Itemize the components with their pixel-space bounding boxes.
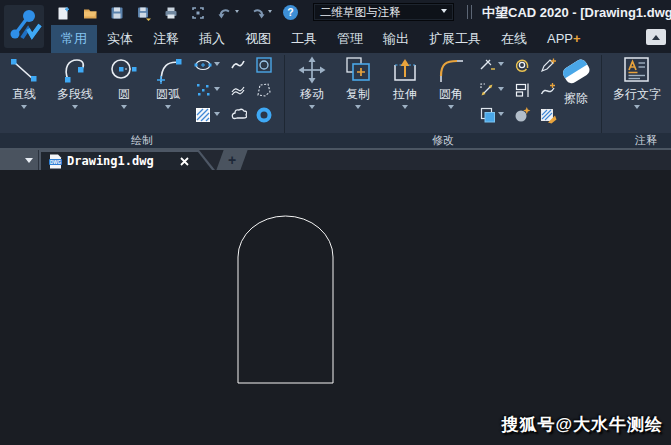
revcloud-edit-icon[interactable] — [513, 56, 531, 74]
ellipse-icon[interactable] — [194, 56, 212, 74]
drawing-canvas[interactable]: 搜狐号@大水牛测绘 — [0, 170, 671, 445]
line-dropdown-arrow[interactable] — [21, 105, 27, 112]
points-icon[interactable] — [194, 81, 212, 99]
polyline-button[interactable]: 多段线 — [48, 55, 102, 112]
layer-copy-dropdown-arrow[interactable] — [498, 112, 504, 119]
line-icon — [9, 55, 39, 85]
points-dropdown-arrow[interactable] — [214, 87, 220, 94]
region-icon[interactable] — [255, 56, 273, 74]
ribbon-tab-solid[interactable]: 实体 — [97, 25, 143, 53]
undo-dropdown-arrow[interactable] — [235, 10, 239, 15]
stretch-button[interactable]: 拉伸 — [384, 55, 426, 112]
hatch-edit-icon[interactable] — [539, 106, 557, 124]
workspace-dropdown-value: 二维草图与注释 — [320, 5, 441, 20]
save-icon[interactable] — [109, 5, 125, 21]
trim-icon[interactable] — [478, 56, 496, 74]
ribbon-tab-output[interactable]: 输出 — [373, 25, 419, 53]
drawing-entities — [0, 170, 671, 445]
quick-access-toolbar: ? — [55, 4, 298, 21]
ribbon-tab-express[interactable]: 扩展工具 — [419, 25, 491, 53]
print-icon[interactable] — [163, 5, 179, 21]
ribbon-tab-home[interactable]: 常用 — [51, 25, 97, 53]
ribbon-tab-app-plus[interactable]: APP+ — [537, 25, 591, 53]
redo-dropdown-arrow[interactable] — [268, 10, 272, 15]
copy-icon — [343, 55, 373, 85]
copy-label: 复制 — [346, 86, 370, 103]
ellipse-dropdown-arrow[interactable] — [214, 62, 220, 69]
ribbon-tab-manage[interactable]: 管理 — [327, 25, 373, 53]
layer-copy-icon[interactable] — [478, 106, 496, 124]
help-icon[interactable]: ? — [283, 5, 298, 20]
new-file-icon[interactable] — [55, 5, 71, 21]
document-tab-close-button[interactable] — [180, 157, 189, 166]
move-button[interactable]: 移动 — [292, 55, 332, 112]
save-as-icon[interactable] — [136, 5, 152, 21]
stretch-icon — [390, 55, 420, 85]
redo-icon[interactable] — [250, 5, 266, 21]
window-title: 中望CAD 2020 - [Drawing1.dwg] — [482, 0, 671, 25]
spline-icon[interactable] — [229, 56, 247, 74]
close-icon — [180, 157, 189, 166]
doc-tab-list-button[interactable] — [19, 150, 39, 170]
ribbon-tab-annotate[interactable]: 注释 — [143, 25, 189, 53]
erase-icon — [556, 55, 596, 87]
stretch-dropdown-arrow[interactable] — [402, 105, 408, 112]
align-icon[interactable] — [513, 81, 531, 99]
zwcad-logo[interactable] — [4, 5, 44, 48]
modify-panel-label: 修改 — [286, 133, 600, 148]
fillet-dropdown-arrow[interactable] — [448, 105, 454, 112]
blend-icon[interactable] — [513, 106, 531, 124]
fillet-label: 圆角 — [439, 86, 463, 103]
ribbon-tab-online[interactable]: 在线 — [491, 25, 537, 53]
collapse-arrow-icon — [652, 31, 660, 40]
undo-icon[interactable] — [217, 5, 233, 21]
mtext-button[interactable]: 多行文字 — [609, 55, 665, 112]
document-tab-title: Drawing1.dwg — [67, 154, 154, 168]
ribbon-tab-insert[interactable]: 插入 — [189, 25, 235, 53]
wipeout-icon[interactable] — [255, 81, 273, 99]
donut-icon[interactable] — [255, 106, 273, 124]
workspace-dropdown[interactable]: 二维草图与注释 — [313, 3, 454, 21]
plot-preview-icon[interactable] — [190, 5, 206, 21]
spline-fit-icon[interactable] — [229, 81, 247, 99]
hatch-icon[interactable] — [194, 106, 212, 124]
polyline-dropdown-arrow[interactable] — [72, 105, 78, 112]
erase-button[interactable]: 擦除 — [554, 55, 598, 107]
dwg-file-icon: DWG — [49, 154, 62, 169]
trim-dropdown-arrow[interactable] — [498, 62, 504, 69]
mtext-dropdown-arrow[interactable] — [634, 105, 640, 112]
stretch-label: 拉伸 — [393, 86, 417, 103]
hatch-dropdown-arrow[interactable] — [214, 112, 220, 119]
circle-button[interactable]: 圆 — [106, 55, 142, 112]
copy-dropdown-arrow[interactable] — [355, 105, 361, 112]
copy-button[interactable]: 复制 — [336, 55, 380, 112]
ribbon-collapse-button[interactable] — [646, 29, 666, 45]
undo-group — [217, 5, 239, 21]
arc-button[interactable]: 圆弧 — [146, 55, 190, 112]
scale-dropdown-arrow[interactable] — [498, 87, 504, 94]
ribbon-tab-view[interactable]: 视图 — [235, 25, 281, 53]
erase-label: 擦除 — [564, 90, 588, 107]
watermark-text: 搜狐号@大水牛测绘 — [501, 413, 663, 436]
door-shape-polyline[interactable] — [238, 216, 333, 383]
title-bar: ? 二维草图与注释 中望CAD 2020 - [Drawing1.dwg] — [0, 0, 671, 25]
circle-label: 圆 — [118, 86, 130, 103]
polyline-label: 多段线 — [57, 86, 93, 103]
line-button[interactable]: 直线 — [4, 55, 44, 112]
open-folder-icon[interactable] — [82, 5, 98, 21]
modify-panel: 移动 复制 拉伸 圆角 — [286, 53, 600, 133]
circle-dropdown-arrow[interactable] — [121, 105, 127, 112]
line-label: 直线 — [12, 86, 36, 103]
app-tab-text: APP — [547, 31, 573, 46]
move-dropdown-arrow[interactable] — [309, 105, 315, 112]
doc-tab-blank-button[interactable] — [0, 150, 20, 170]
title-separator — [467, 5, 472, 19]
zwcad-window: ? 二维草图与注释 中望CAD 2020 - [Drawing1.dwg] 常用… — [0, 0, 671, 445]
document-tab-active[interactable]: DWG Drawing1.dwg — [39, 150, 215, 170]
ribbon-tab-tools[interactable]: 工具 — [281, 25, 327, 53]
revision-cloud-icon[interactable] — [229, 106, 247, 124]
arc-label: 圆弧 — [156, 86, 180, 103]
fillet-button[interactable]: 圆角 — [428, 55, 474, 112]
scale-icon[interactable] — [478, 81, 496, 99]
arc-dropdown-arrow[interactable] — [165, 105, 171, 112]
